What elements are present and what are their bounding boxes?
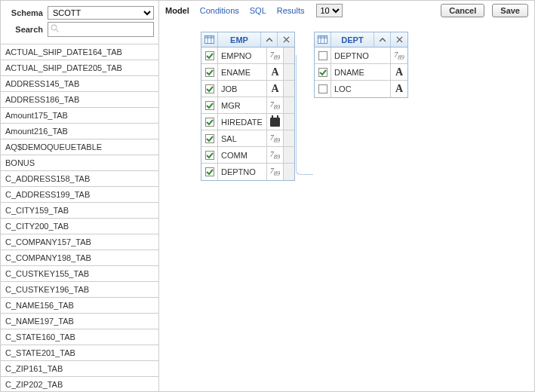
column-row[interactable]: COMM789 (201, 147, 294, 164)
entity-emp[interactable]: EMP EMPNO789ENAMEAJOBAMGR789HIREDATESAL7… (201, 32, 295, 181)
entity-header[interactable]: DEPT (315, 32, 407, 47)
column-row[interactable]: DEPTNO789 (201, 164, 294, 180)
table-item[interactable]: C_STATE201_TAB (1, 345, 158, 361)
table-item[interactable]: C_CITY200_TAB (1, 219, 158, 234)
column-checkbox[interactable] (205, 101, 214, 110)
cancel-button[interactable]: Cancel (441, 4, 484, 17)
column-row[interactable]: EMPNO789 (201, 47, 294, 64)
model-canvas[interactable]: EMP EMPNO789ENAMEAJOBAMGR789HIREDATESAL7… (159, 20, 534, 391)
column-name: LOC (331, 81, 391, 97)
table-icon (201, 32, 218, 47)
table-list[interactable]: ACTUAL_SHIP_DATE164_TABACTUAL_SHIP_DATE2… (1, 44, 158, 391)
join-handle[interactable] (284, 164, 294, 180)
column-row[interactable]: DNAMEA (315, 64, 407, 81)
column-name: DEPTNO (331, 47, 391, 63)
tab-sql[interactable]: SQL (250, 6, 266, 15)
table-item[interactable]: C_COMPANY198_TAB (1, 250, 158, 266)
column-checkbox[interactable] (205, 84, 214, 93)
left-panel: Schema SCOTT Search ACTUAL_SHIP_DATE164_… (1, 1, 159, 391)
close-icon[interactable] (391, 32, 407, 47)
column-row[interactable]: LOCA (315, 81, 407, 97)
table-item[interactable]: C_CUSTKEY196_TAB (1, 282, 158, 298)
search-icon (51, 24, 60, 33)
join-handle[interactable] (284, 81, 294, 96)
search-label: Search (5, 25, 43, 34)
entity-header[interactable]: EMP (201, 32, 294, 47)
join-handle[interactable] (284, 47, 294, 63)
tab-model[interactable]: Model (165, 6, 189, 15)
entity-title: DEPT (331, 32, 374, 47)
join-handle[interactable] (284, 147, 294, 163)
join-handle[interactable] (284, 64, 294, 80)
column-name: SAL (218, 130, 267, 146)
column-checkbox[interactable] (318, 51, 327, 60)
close-icon[interactable] (278, 32, 294, 47)
column-row[interactable]: JOBA (201, 81, 294, 97)
column-name: MGR (218, 97, 267, 113)
table-item[interactable]: Amount175_TAB (1, 108, 158, 124)
table-item[interactable]: ACTUAL_SHIP_DATE205_TAB (1, 60, 158, 76)
table-item[interactable]: Amount216_TAB (1, 124, 158, 139)
tab-conditions[interactable]: Conditions (200, 6, 239, 15)
column-checkbox[interactable] (318, 84, 327, 93)
collapse-icon[interactable] (261, 32, 278, 47)
column-checkbox[interactable] (318, 68, 327, 77)
search-input[interactable] (48, 22, 154, 37)
table-item[interactable]: C_ADDRESS199_TAB (1, 187, 158, 203)
schema-select[interactable]: SCOTT (48, 6, 154, 20)
number-type-icon: 789 (270, 51, 280, 61)
number-type-icon: 789 (394, 51, 404, 61)
join-handle[interactable] (284, 114, 294, 130)
save-button[interactable]: Save (492, 4, 528, 17)
svg-line-1 (57, 30, 59, 32)
number-type-icon: 789 (270, 150, 280, 161)
table-item[interactable]: C_CUSTKEY155_TAB (1, 266, 158, 282)
column-name: HIREDATE (218, 114, 267, 130)
number-type-icon: 789 (270, 100, 280, 111)
number-type-icon: 789 (270, 167, 280, 177)
column-checkbox[interactable] (205, 151, 214, 160)
table-item[interactable]: C_ADDRESS158_TAB (1, 171, 158, 187)
tab-results[interactable]: Results (277, 6, 305, 15)
date-type-icon (270, 118, 280, 127)
column-row[interactable]: HIREDATE (201, 114, 294, 130)
entity-dept[interactable]: DEPT DEPTNO789DNAMEALOCA (314, 32, 408, 98)
results-count-select[interactable]: 10 (316, 4, 343, 17)
column-name: JOB (218, 81, 267, 96)
column-name: ENAME (218, 64, 267, 80)
column-name: DEPTNO (218, 164, 267, 180)
column-row[interactable]: SAL789 (201, 130, 294, 147)
table-item[interactable]: AQ$DEMOQUEUETABLE (1, 139, 158, 155)
text-type-icon: A (271, 83, 278, 95)
join-handle[interactable] (284, 130, 294, 146)
join-handle[interactable] (284, 97, 294, 113)
table-item[interactable]: C_NAME197_TAB (1, 314, 158, 329)
text-type-icon: A (395, 66, 403, 78)
table-icon (315, 32, 331, 47)
table-item[interactable]: C_ZIP202_TAB (1, 377, 158, 391)
table-item[interactable]: ACTUAL_SHIP_DATE164_TAB (1, 44, 158, 60)
column-checkbox[interactable] (205, 68, 214, 77)
column-checkbox[interactable] (205, 167, 214, 176)
table-item[interactable]: C_COMPANY157_TAB (1, 234, 158, 250)
table-item[interactable]: ADDRESS145_TAB (1, 76, 158, 92)
svg-rect-3 (205, 35, 214, 38)
svg-point-0 (51, 25, 57, 30)
column-name: COMM (218, 147, 267, 163)
text-type-icon: A (395, 83, 403, 95)
column-row[interactable]: ENAMEA (201, 64, 294, 81)
column-checkbox[interactable] (205, 134, 214, 143)
number-type-icon: 789 (270, 133, 280, 144)
table-item[interactable]: C_ZIP161_TAB (1, 361, 158, 377)
table-item[interactable]: C_CITY159_TAB (1, 203, 158, 219)
table-item[interactable]: C_NAME156_TAB (1, 298, 158, 314)
column-row[interactable]: MGR789 (201, 97, 294, 114)
table-item[interactable]: BONUS (1, 155, 158, 171)
column-row[interactable]: DEPTNO789 (315, 47, 407, 64)
table-item[interactable]: ADDRESS186_TAB (1, 92, 158, 108)
schema-label: Schema (5, 8, 43, 17)
collapse-icon[interactable] (374, 32, 391, 47)
table-item[interactable]: C_STATE160_TAB (1, 329, 158, 345)
column-checkbox[interactable] (205, 118, 214, 127)
column-checkbox[interactable] (205, 51, 214, 60)
